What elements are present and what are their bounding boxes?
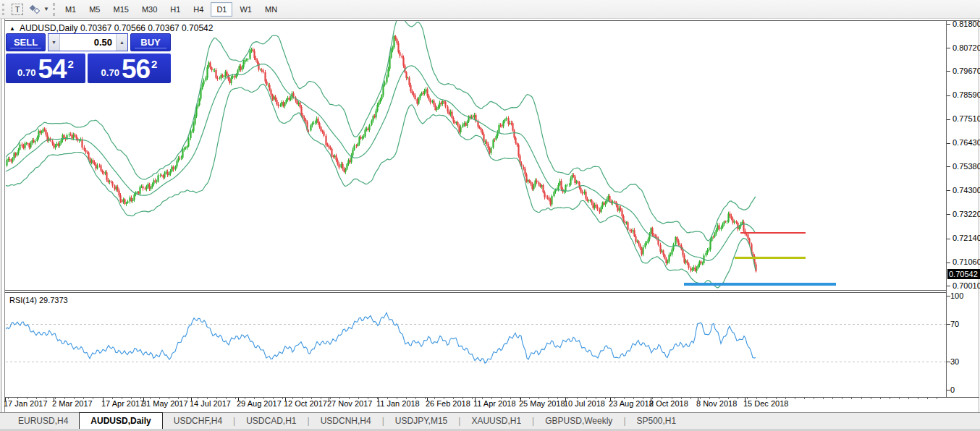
price-axis-label: 0.76430 bbox=[952, 138, 980, 147]
buy-price-pips: 56 bbox=[122, 57, 150, 82]
chart-tab-GBPUSD-Weekly[interactable]: GBPUSD,Weekly bbox=[534, 413, 623, 429]
volume-increase-button[interactable]: ▲ bbox=[116, 34, 127, 51]
date-axis-label: 17 Jan 2017 bbox=[4, 399, 48, 408]
date-axis-label: 8 Nov 2018 bbox=[696, 399, 737, 408]
date-axis-label: 15 Dec 2018 bbox=[743, 399, 788, 408]
price-axis-label: 0.71060 bbox=[952, 257, 980, 266]
toolbar: T ▼ M1M5M15M30H1H4D1W1MN bbox=[0, 0, 980, 19]
date-axis-label: 10 Jul 2018 bbox=[564, 399, 605, 408]
date-axis-label: 2 Oct 2018 bbox=[649, 399, 688, 408]
timeframe-button-H4[interactable]: H4 bbox=[187, 2, 209, 17]
sell-button[interactable]: SELL bbox=[6, 33, 46, 51]
rsi-axis-label: 30 bbox=[950, 357, 959, 366]
price-axis-label: 0.70010 bbox=[952, 281, 980, 290]
chart-tab-EURUSD-H4[interactable]: EURUSD,H4 bbox=[7, 413, 79, 429]
price-axis-label: 0.78590 bbox=[952, 90, 980, 99]
price-axis-label: 0.79670 bbox=[952, 67, 980, 75]
sell-price-point: 2 bbox=[68, 58, 74, 70]
date-axis-label: 29 Aug 2017 bbox=[237, 399, 282, 408]
buy-price-box[interactable]: 0.70 56 2 bbox=[88, 54, 171, 83]
sell-price-box[interactable]: 0.70 54 2 bbox=[6, 54, 85, 83]
date-axis-label: 14 Jul 2017 bbox=[190, 399, 231, 408]
timeframe-button-M5[interactable]: M5 bbox=[83, 2, 106, 17]
chevron-down-icon: ▼ bbox=[43, 6, 49, 12]
toolbar-grip[interactable] bbox=[2, 4, 4, 15]
sell-price-pips: 54 bbox=[38, 57, 66, 82]
timeframe-button-MN[interactable]: MN bbox=[259, 2, 283, 17]
arrows-tool-icon bbox=[28, 4, 41, 14]
chart-tab-USDJPY-M15[interactable]: USDJPY,M15 bbox=[384, 413, 458, 429]
current-price-tag: 0.70542 bbox=[947, 269, 980, 279]
timeframe-button-H1[interactable]: H1 bbox=[164, 2, 186, 17]
chart-tab-AUDUSD-Daily[interactable]: AUDUSD,Daily bbox=[79, 412, 162, 429]
chart-tab-USDCHF-H4[interactable]: USDCHF,H4 bbox=[163, 413, 233, 429]
rsi-axis-label: 0 bbox=[950, 385, 955, 394]
collapse-panel-icon[interactable]: ▲ bbox=[9, 25, 15, 32]
volume-decrease-button[interactable]: ▼ bbox=[48, 34, 60, 51]
volume-stepper: ▼ 0.50 ▲ bbox=[48, 33, 128, 51]
timeframe-toolbar: M1M5M15M30H1H4D1W1MN bbox=[59, 2, 284, 17]
chart-title-text: AUDUSD,Daily 0.70367 0.70566 0.70367 0.7… bbox=[20, 23, 214, 33]
timeframe-button-W1[interactable]: W1 bbox=[234, 2, 258, 17]
price-axis-label: 0.72140 bbox=[952, 234, 980, 242]
text-tool-icon: T bbox=[12, 4, 24, 15]
price-axis-label: 0.81800 bbox=[952, 20, 980, 28]
date-axis-label: 23 Aug 2018 bbox=[609, 399, 654, 408]
chart-tab-bar: EURUSD,H4AUDUSD,DailyUSDCHF,H4|USDCAD,H1… bbox=[0, 412, 980, 431]
arrows-tool-button[interactable]: ▼ bbox=[28, 2, 50, 17]
price-axis-label: 0.73220 bbox=[952, 210, 980, 218]
date-axis-label: 11 Apr 2018 bbox=[473, 399, 516, 408]
timeframe-button-D1[interactable]: D1 bbox=[211, 2, 232, 17]
chart-tab-XAUUSD-H1[interactable]: XAUUSD,H1 bbox=[460, 413, 532, 429]
price-axis-label: 0.74300 bbox=[952, 186, 980, 195]
chart-tab-USDCAD-H1[interactable]: USDCAD,H1 bbox=[235, 413, 307, 429]
buy-price-point: 2 bbox=[151, 58, 157, 70]
chart-title: ▲ AUDUSD,Daily 0.70367 0.70566 0.70367 0… bbox=[9, 23, 213, 33]
rsi-axis-label: 100 bbox=[950, 291, 963, 300]
date-axis-label: 11 Jan 2018 bbox=[376, 399, 420, 408]
one-click-trading-panel: SELL ▼ 0.50 ▲ BUY 0.70 54 2 0.70 56 2 bbox=[6, 33, 171, 84]
rsi-indicator-label: RSI(14) 29.7373 bbox=[9, 296, 68, 304]
sell-price-prefix: 0.70 bbox=[17, 67, 35, 78]
volume-input[interactable]: 0.50 bbox=[60, 34, 116, 51]
timeframe-button-M1[interactable]: M1 bbox=[59, 2, 82, 17]
date-axis-label: 25 May 2018 bbox=[519, 399, 565, 408]
text-label-tool-button[interactable]: T bbox=[9, 2, 26, 17]
date-axis-label: 26 Feb 2018 bbox=[426, 399, 470, 408]
mt4-chart-window: T ▼ M1M5M15M30H1H4D1W1MN ▲ AUDUSD,Daily … bbox=[0, 0, 980, 431]
date-axis-label: 17 Apr 2017 bbox=[101, 399, 144, 408]
date-axis-label: 12 Oct 2017 bbox=[284, 399, 327, 408]
price-axis-label: 0.80720 bbox=[952, 43, 980, 52]
date-axis-label: 27 Nov 2017 bbox=[327, 399, 372, 408]
buy-button[interactable]: BUY bbox=[130, 33, 171, 51]
toolbar-grip[interactable] bbox=[53, 3, 55, 16]
price-axis-label: 0.75380 bbox=[952, 162, 980, 171]
chart-tab-USDCNH-H4[interactable]: USDCNH,H4 bbox=[310, 413, 382, 429]
date-axis-label: 31 May 2017 bbox=[142, 399, 188, 408]
chart-tab-SP500-H1[interactable]: SP500,H1 bbox=[626, 413, 688, 429]
price-axis-label: 0.77510 bbox=[952, 114, 980, 123]
rsi-axis-label: 70 bbox=[950, 320, 959, 328]
date-axis-label: 2 Mar 2017 bbox=[52, 399, 93, 408]
buy-price-prefix: 0.70 bbox=[101, 67, 119, 78]
timeframe-button-M15[interactable]: M15 bbox=[107, 2, 134, 17]
timeframe-button-M30[interactable]: M30 bbox=[136, 2, 163, 17]
